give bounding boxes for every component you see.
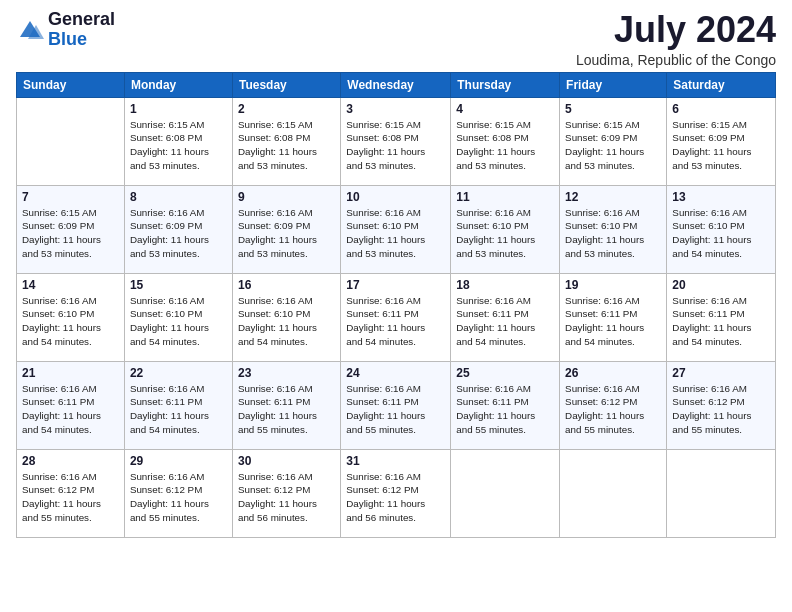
day-number: 9 (238, 190, 335, 204)
cell-info: Sunrise: 6:16 AM Sunset: 6:11 PM Dayligh… (456, 294, 554, 349)
day-number: 4 (456, 102, 554, 116)
cell-info: Sunrise: 6:16 AM Sunset: 6:11 PM Dayligh… (22, 382, 119, 437)
calendar-cell (560, 449, 667, 537)
calendar-table: SundayMondayTuesdayWednesdayThursdayFrid… (16, 72, 776, 538)
day-number: 28 (22, 454, 119, 468)
day-number: 18 (456, 278, 554, 292)
cell-info: Sunrise: 6:16 AM Sunset: 6:12 PM Dayligh… (238, 470, 335, 525)
day-number: 14 (22, 278, 119, 292)
calendar-header-friday: Friday (560, 72, 667, 97)
calendar-week-2: 7Sunrise: 6:15 AM Sunset: 6:09 PM Daylig… (17, 185, 776, 273)
calendar-cell: 13Sunrise: 6:16 AM Sunset: 6:10 PM Dayli… (667, 185, 776, 273)
day-number: 7 (22, 190, 119, 204)
logo: General Blue (16, 10, 115, 50)
day-number: 8 (130, 190, 227, 204)
cell-info: Sunrise: 6:16 AM Sunset: 6:09 PM Dayligh… (238, 206, 335, 261)
calendar-cell: 4Sunrise: 6:15 AM Sunset: 6:08 PM Daylig… (451, 97, 560, 185)
cell-info: Sunrise: 6:16 AM Sunset: 6:11 PM Dayligh… (130, 382, 227, 437)
calendar-cell: 8Sunrise: 6:16 AM Sunset: 6:09 PM Daylig… (124, 185, 232, 273)
location: Loudima, Republic of the Congo (576, 52, 776, 68)
day-number: 11 (456, 190, 554, 204)
day-number: 24 (346, 366, 445, 380)
calendar-cell: 2Sunrise: 6:15 AM Sunset: 6:08 PM Daylig… (232, 97, 340, 185)
logo-blue: Blue (48, 30, 115, 50)
calendar-cell: 6Sunrise: 6:15 AM Sunset: 6:09 PM Daylig… (667, 97, 776, 185)
cell-info: Sunrise: 6:16 AM Sunset: 6:11 PM Dayligh… (238, 382, 335, 437)
calendar-cell: 20Sunrise: 6:16 AM Sunset: 6:11 PM Dayli… (667, 273, 776, 361)
cell-info: Sunrise: 6:16 AM Sunset: 6:10 PM Dayligh… (672, 206, 770, 261)
cell-info: Sunrise: 6:16 AM Sunset: 6:11 PM Dayligh… (346, 294, 445, 349)
cell-info: Sunrise: 6:16 AM Sunset: 6:11 PM Dayligh… (672, 294, 770, 349)
calendar-cell: 3Sunrise: 6:15 AM Sunset: 6:08 PM Daylig… (341, 97, 451, 185)
calendar-cell: 14Sunrise: 6:16 AM Sunset: 6:10 PM Dayli… (17, 273, 125, 361)
calendar-cell (17, 97, 125, 185)
calendar-header-thursday: Thursday (451, 72, 560, 97)
day-number: 17 (346, 278, 445, 292)
calendar-cell: 17Sunrise: 6:16 AM Sunset: 6:11 PM Dayli… (341, 273, 451, 361)
logo-icon (16, 17, 44, 45)
calendar-cell: 7Sunrise: 6:15 AM Sunset: 6:09 PM Daylig… (17, 185, 125, 273)
calendar-cell (451, 449, 560, 537)
cell-info: Sunrise: 6:16 AM Sunset: 6:10 PM Dayligh… (346, 206, 445, 261)
calendar-cell: 26Sunrise: 6:16 AM Sunset: 6:12 PM Dayli… (560, 361, 667, 449)
day-number: 25 (456, 366, 554, 380)
calendar-cell: 19Sunrise: 6:16 AM Sunset: 6:11 PM Dayli… (560, 273, 667, 361)
logo-general: General (48, 10, 115, 30)
calendar-cell: 23Sunrise: 6:16 AM Sunset: 6:11 PM Dayli… (232, 361, 340, 449)
cell-info: Sunrise: 6:15 AM Sunset: 6:09 PM Dayligh… (22, 206, 119, 261)
cell-info: Sunrise: 6:15 AM Sunset: 6:09 PM Dayligh… (672, 118, 770, 173)
calendar-cell: 21Sunrise: 6:16 AM Sunset: 6:11 PM Dayli… (17, 361, 125, 449)
title-block: July 2024 Loudima, Republic of the Congo (576, 10, 776, 68)
cell-info: Sunrise: 6:16 AM Sunset: 6:10 PM Dayligh… (22, 294, 119, 349)
cell-info: Sunrise: 6:16 AM Sunset: 6:10 PM Dayligh… (130, 294, 227, 349)
calendar-header-tuesday: Tuesday (232, 72, 340, 97)
header: General Blue July 2024 Loudima, Republic… (16, 10, 776, 68)
calendar-week-3: 14Sunrise: 6:16 AM Sunset: 6:10 PM Dayli… (17, 273, 776, 361)
day-number: 13 (672, 190, 770, 204)
calendar-cell: 15Sunrise: 6:16 AM Sunset: 6:10 PM Dayli… (124, 273, 232, 361)
month-title: July 2024 (576, 10, 776, 50)
cell-info: Sunrise: 6:16 AM Sunset: 6:11 PM Dayligh… (346, 382, 445, 437)
day-number: 6 (672, 102, 770, 116)
cell-info: Sunrise: 6:15 AM Sunset: 6:08 PM Dayligh… (238, 118, 335, 173)
logo-text: General Blue (48, 10, 115, 50)
day-number: 21 (22, 366, 119, 380)
calendar-cell: 11Sunrise: 6:16 AM Sunset: 6:10 PM Dayli… (451, 185, 560, 273)
calendar-cell: 31Sunrise: 6:16 AM Sunset: 6:12 PM Dayli… (341, 449, 451, 537)
day-number: 30 (238, 454, 335, 468)
cell-info: Sunrise: 6:16 AM Sunset: 6:11 PM Dayligh… (565, 294, 661, 349)
calendar-cell: 24Sunrise: 6:16 AM Sunset: 6:11 PM Dayli… (341, 361, 451, 449)
cell-info: Sunrise: 6:16 AM Sunset: 6:11 PM Dayligh… (456, 382, 554, 437)
calendar-header-wednesday: Wednesday (341, 72, 451, 97)
calendar-cell: 22Sunrise: 6:16 AM Sunset: 6:11 PM Dayli… (124, 361, 232, 449)
cell-info: Sunrise: 6:15 AM Sunset: 6:08 PM Dayligh… (346, 118, 445, 173)
cell-info: Sunrise: 6:16 AM Sunset: 6:12 PM Dayligh… (130, 470, 227, 525)
calendar-cell: 27Sunrise: 6:16 AM Sunset: 6:12 PM Dayli… (667, 361, 776, 449)
cell-info: Sunrise: 6:15 AM Sunset: 6:09 PM Dayligh… (565, 118, 661, 173)
day-number: 15 (130, 278, 227, 292)
cell-info: Sunrise: 6:16 AM Sunset: 6:12 PM Dayligh… (672, 382, 770, 437)
day-number: 10 (346, 190, 445, 204)
calendar-header-row: SundayMondayTuesdayWednesdayThursdayFrid… (17, 72, 776, 97)
calendar-cell: 1Sunrise: 6:15 AM Sunset: 6:08 PM Daylig… (124, 97, 232, 185)
page: General Blue July 2024 Loudima, Republic… (0, 0, 792, 612)
day-number: 2 (238, 102, 335, 116)
calendar-header-monday: Monday (124, 72, 232, 97)
day-number: 26 (565, 366, 661, 380)
calendar-cell: 18Sunrise: 6:16 AM Sunset: 6:11 PM Dayli… (451, 273, 560, 361)
calendar-cell: 9Sunrise: 6:16 AM Sunset: 6:09 PM Daylig… (232, 185, 340, 273)
cell-info: Sunrise: 6:16 AM Sunset: 6:10 PM Dayligh… (238, 294, 335, 349)
calendar-cell: 5Sunrise: 6:15 AM Sunset: 6:09 PM Daylig… (560, 97, 667, 185)
cell-info: Sunrise: 6:15 AM Sunset: 6:08 PM Dayligh… (456, 118, 554, 173)
calendar-header-sunday: Sunday (17, 72, 125, 97)
cell-info: Sunrise: 6:16 AM Sunset: 6:12 PM Dayligh… (346, 470, 445, 525)
calendar-week-1: 1Sunrise: 6:15 AM Sunset: 6:08 PM Daylig… (17, 97, 776, 185)
cell-info: Sunrise: 6:16 AM Sunset: 6:12 PM Dayligh… (565, 382, 661, 437)
day-number: 29 (130, 454, 227, 468)
day-number: 1 (130, 102, 227, 116)
day-number: 3 (346, 102, 445, 116)
calendar-cell: 28Sunrise: 6:16 AM Sunset: 6:12 PM Dayli… (17, 449, 125, 537)
day-number: 23 (238, 366, 335, 380)
calendar-week-5: 28Sunrise: 6:16 AM Sunset: 6:12 PM Dayli… (17, 449, 776, 537)
cell-info: Sunrise: 6:16 AM Sunset: 6:09 PM Dayligh… (130, 206, 227, 261)
